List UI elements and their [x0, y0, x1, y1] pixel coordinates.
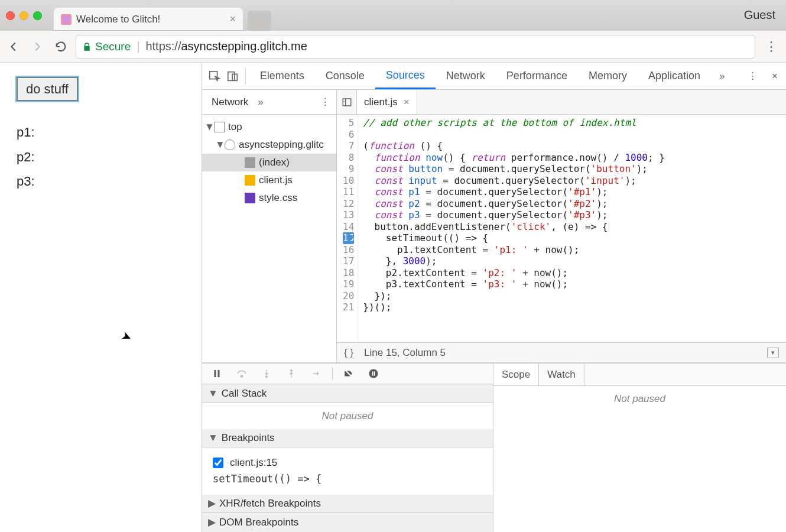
- svg-point-9: [369, 369, 378, 378]
- svg-point-7: [266, 376, 268, 378]
- window-controls: [6, 11, 42, 20]
- step-over-button[interactable]: [230, 365, 253, 382]
- devtools-tab-sources[interactable]: Sources: [375, 63, 436, 89]
- do-stuff-button[interactable]: do stuff: [17, 77, 78, 101]
- svg-rect-10: [372, 371, 373, 376]
- deactivate-breakpoints-button[interactable]: [337, 365, 360, 382]
- devtools-tab-elements[interactable]: Elements: [249, 63, 315, 89]
- svg-point-6: [241, 375, 243, 377]
- file-icon: [245, 175, 255, 186]
- tree-domain[interactable]: ▼ asyncstepping.glitc: [202, 136, 336, 154]
- forward-button[interactable]: [28, 38, 46, 56]
- collapse-button[interactable]: ▾: [767, 348, 779, 358]
- window-minimize-button[interactable]: [20, 11, 28, 20]
- svg-rect-5: [218, 370, 220, 377]
- tree-file[interactable]: style.css: [202, 189, 336, 207]
- code-area[interactable]: // add other scripts at the bottom of in…: [358, 115, 786, 342]
- step-button[interactable]: [305, 365, 327, 382]
- url-text: https://asyncstepping.glitch.me: [145, 40, 307, 53]
- xhr-breakpoints-header[interactable]: ▶XHR/fetch Breakpoints: [202, 495, 493, 514]
- svg-rect-3: [343, 99, 351, 106]
- tree-top[interactable]: ▼ top: [202, 118, 336, 136]
- p3-text: p3:: [17, 174, 185, 189]
- breakpoint-snippet: setTimeout(() => {: [210, 472, 485, 489]
- url-separator: |: [137, 40, 139, 53]
- devtools-tabbar: ElementsConsoleSourcesNetworkPerformance…: [202, 63, 786, 90]
- browser-tab[interactable]: Welcome to Glitch! ×: [54, 8, 243, 31]
- callstack-header[interactable]: ▼Call Stack: [202, 384, 493, 403]
- scope-tab[interactable]: Scope: [493, 364, 539, 385]
- dom-breakpoints-header[interactable]: ▶DOM Breakpoints: [202, 513, 493, 532]
- more-tabs-button[interactable]: »: [711, 70, 733, 82]
- cursor-position: Line 15, Column 5: [364, 347, 446, 359]
- sources-navigator: Network » ⋮ ▼ top ▼ asyncstepping.glitc: [202, 90, 337, 362]
- line-gutter[interactable]: 56789101112131415161718192021: [337, 115, 358, 342]
- file-icon: [245, 193, 255, 203]
- page-content: do stuff p1: p2: p3:: [0, 63, 202, 532]
- pause-exceptions-button[interactable]: [362, 365, 385, 382]
- tree-file[interactable]: (index): [202, 154, 336, 171]
- step-out-button[interactable]: [280, 365, 303, 382]
- breakpoint-checkbox[interactable]: [213, 458, 223, 468]
- devtools-tab-application[interactable]: Application: [638, 63, 711, 89]
- reload-button[interactable]: [52, 38, 70, 56]
- browser-toolbar: Secure | https://asyncstepping.glitch.me…: [0, 31, 786, 63]
- toggle-navigator-button[interactable]: [337, 90, 357, 114]
- breakpoints-header[interactable]: ▼Breakpoints: [202, 429, 493, 448]
- inspect-element-button[interactable]: [206, 63, 223, 89]
- step-into-button[interactable]: [255, 365, 278, 382]
- code-editor: client.js × 5678910111213141516171819202…: [337, 90, 786, 362]
- scope-watch-tabs: Scope Watch: [493, 364, 786, 386]
- window-close-button[interactable]: [6, 11, 15, 20]
- window-icon: [214, 122, 225, 132]
- debugger-right-pane: Scope Watch Not paused: [493, 364, 786, 532]
- breakpoints-body: client.js:15 setTimeout(() => {: [202, 447, 493, 495]
- new-tab-button[interactable]: [248, 11, 271, 31]
- watch-tab[interactable]: Watch: [539, 364, 584, 385]
- scope-state: Not paused: [493, 386, 786, 412]
- devtools-close-button[interactable]: ×: [764, 70, 786, 82]
- devtools-tab-performance[interactable]: Performance: [496, 63, 578, 89]
- navigator-more-button[interactable]: »: [258, 96, 263, 108]
- navigator-menu-button[interactable]: ⋮: [320, 96, 330, 108]
- tree-file[interactable]: client.js: [202, 171, 336, 189]
- breakpoint-row[interactable]: client.js:15: [210, 453, 485, 472]
- pretty-print-button[interactable]: { }: [344, 347, 353, 359]
- back-button[interactable]: [5, 38, 22, 56]
- secure-label: Secure: [95, 40, 131, 53]
- svg-rect-1: [228, 72, 234, 80]
- debugger-toolbar: [202, 364, 493, 384]
- devtools-tab-network[interactable]: Network: [436, 63, 496, 89]
- editor-status-bar: { } Line 15, Column 5 ▾: [337, 342, 786, 362]
- devtools-tab-memory[interactable]: Memory: [578, 63, 638, 89]
- close-file-button[interactable]: ×: [404, 96, 410, 108]
- device-toggle-button[interactable]: [223, 63, 241, 89]
- debugger-left-pane: ▼Call Stack Not paused ▼Breakpoints clie…: [202, 364, 493, 532]
- profile-label[interactable]: Guest: [744, 8, 775, 22]
- navigator-subtabs: Network » ⋮: [202, 90, 336, 115]
- devtools-menu-button[interactable]: ⋮: [741, 70, 764, 82]
- file-tree: ▼ top ▼ asyncstepping.glitc (index)clien…: [202, 115, 336, 362]
- editor-tabbar: client.js ×: [337, 90, 786, 115]
- svg-rect-11: [374, 371, 375, 376]
- svg-rect-4: [215, 370, 216, 377]
- address-bar[interactable]: Secure | https://asyncstepping.glitch.me: [76, 35, 755, 59]
- tab-close-button[interactable]: ×: [229, 13, 236, 25]
- p1-text: p1:: [17, 125, 185, 140]
- window-tabstrip: Welcome to Glitch! × Guest: [0, 0, 786, 31]
- callstack-state: Not paused: [202, 403, 493, 429]
- navigator-tab-network[interactable]: Network: [208, 94, 252, 111]
- secure-badge: Secure: [82, 40, 131, 53]
- file-icon: [245, 157, 255, 168]
- cloud-icon: [225, 140, 235, 150]
- lock-icon: [82, 42, 92, 51]
- devtools-panel: ElementsConsoleSourcesNetworkPerformance…: [202, 63, 786, 532]
- file-tab-clientjs[interactable]: client.js ×: [357, 90, 417, 114]
- svg-point-8: [291, 370, 293, 372]
- devtools-tab-console[interactable]: Console: [315, 63, 375, 89]
- window-maximize-button[interactable]: [33, 11, 42, 20]
- tab-title: Welcome to Glitch!: [76, 14, 225, 25]
- browser-menu-button[interactable]: ⋮: [761, 39, 781, 54]
- pause-button[interactable]: [206, 365, 228, 382]
- breakpoint-location: client.js:15: [230, 457, 277, 469]
